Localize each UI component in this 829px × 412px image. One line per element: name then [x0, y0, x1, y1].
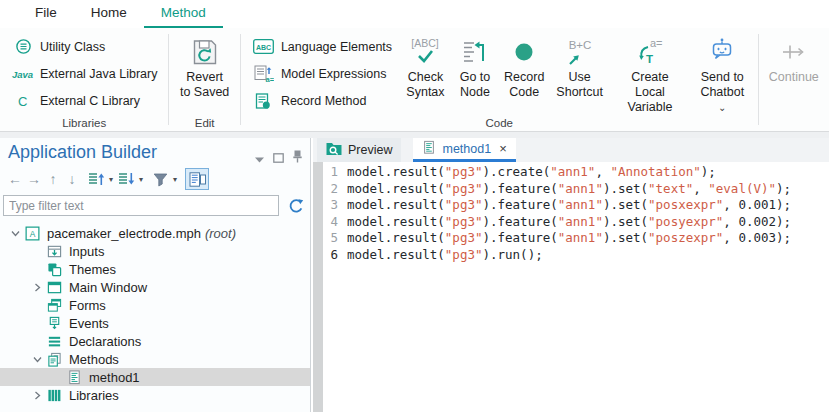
expand-all-menu-arrow[interactable]: ▾ — [106, 175, 116, 184]
go-to-node-button[interactable]: Go to Node — [452, 30, 498, 115]
ribbon: Utility Class Java External Java Library… — [0, 28, 829, 132]
chatbot-icon — [707, 34, 737, 70]
tab-file[interactable]: File — [18, 0, 74, 28]
tree-row-inputs[interactable]: Inputs — [0, 242, 310, 260]
tab-home[interactable]: Home — [74, 0, 144, 28]
tree-row-methods[interactable]: Methods — [0, 350, 310, 368]
line-number: 6 — [323, 247, 347, 264]
filter-menu-arrow[interactable]: ▾ — [170, 175, 180, 184]
tree-row-forms[interactable]: Forms — [0, 296, 310, 314]
panel-menu-chevron-icon[interactable] — [255, 149, 264, 167]
tree-row-events[interactable]: Events — [0, 314, 310, 332]
chevron-collapsed-icon[interactable] — [28, 283, 46, 292]
refresh-button[interactable] — [288, 198, 304, 214]
svg-text:a=: a= — [650, 37, 663, 49]
expand-all-button[interactable] — [87, 168, 105, 190]
move-up-button[interactable]: ↑ — [44, 168, 62, 190]
refresh-icon — [288, 198, 304, 214]
code-text: model.result("pg3").feature("ann1").set(… — [347, 230, 791, 247]
arrow-up-icon: ↑ — [50, 172, 57, 186]
button-label: External C Library — [40, 94, 140, 108]
panel-pin-icon[interactable] — [293, 149, 302, 167]
code-line[interactable]: 6model.result("pg3").run(); — [323, 247, 829, 264]
tree-row-libraries[interactable]: Libraries — [0, 386, 310, 404]
code-line[interactable]: 3model.result("pg3").feature("ann1").set… — [323, 197, 829, 214]
record-code-button[interactable]: Record Code — [498, 30, 550, 115]
method-document-icon — [66, 370, 83, 385]
code-text: model.result("pg3").create("ann1", "Anno… — [347, 164, 716, 181]
ribbon-tab-bar: File Home Method — [0, 0, 829, 28]
check-syntax-icon: [ABC] — [406, 34, 444, 70]
button-label-text: Send to Chatbot — [700, 70, 744, 99]
tree-row-themes[interactable]: Themes — [0, 260, 310, 278]
tree-row-root[interactable]: A pacemaker_electrode.mph (root) — [0, 224, 310, 242]
code-line[interactable]: 1model.result("pg3").create("ann1", "Ann… — [323, 164, 829, 181]
create-local-variable-button[interactable]: a=T Create Local Variable — [609, 30, 691, 115]
tab-preview[interactable]: Preview — [317, 138, 401, 162]
ribbon-group-code: ABC Language Elements a= Model Expressio… — [241, 28, 758, 131]
tab-method1[interactable]: method1 × — [413, 138, 515, 162]
go-to-node-icon — [460, 34, 490, 70]
funnel-icon — [153, 172, 168, 187]
tree-row-main-window[interactable]: Main Window — [0, 278, 310, 296]
code-text: model.result("pg3").run(); — [347, 247, 543, 264]
language-elements-button[interactable]: ABC Language Elements — [245, 33, 399, 60]
tree-item-label: method1 — [89, 370, 140, 385]
chevron-down-icon: ⌄ — [718, 102, 726, 113]
chevron-expanded-icon[interactable] — [6, 229, 24, 238]
forward-button[interactable]: → — [25, 168, 43, 190]
create-local-variable-icon: a=T — [632, 34, 668, 70]
move-down-button[interactable]: ↓ — [63, 168, 81, 190]
tree-row-declarations[interactable]: Declarations — [0, 332, 310, 350]
line-number: 4 — [323, 214, 347, 231]
ribbon-group-label: Code — [241, 117, 758, 129]
code-line[interactable]: 2model.result("pg3").feature("ann1").set… — [323, 181, 829, 198]
method-document-icon — [422, 140, 436, 158]
revert-to-saved-button[interactable]: Revert to Saved — [173, 30, 235, 115]
ribbon-group-edit: Revert to Saved Edit — [169, 28, 239, 131]
tree-row-method1[interactable]: method1 — [0, 368, 310, 386]
external-java-library-button[interactable]: Java External Java Library — [4, 60, 164, 87]
back-button[interactable]: ← — [6, 168, 24, 190]
themes-icon — [46, 262, 63, 277]
svg-text:C: C — [18, 94, 27, 109]
chevron-collapsed-icon[interactable] — [28, 391, 46, 400]
external-c-library-button[interactable]: C External C Library — [4, 88, 164, 115]
code-line[interactable]: 5model.result("pg3").feature("ann1").set… — [323, 230, 829, 247]
svg-text:ABC: ABC — [256, 44, 271, 51]
line-number: 2 — [323, 181, 347, 198]
utility-class-button[interactable]: Utility Class — [4, 33, 164, 60]
tree-toolbar: ← → ↑ ↓ ▾ ▾ ▾ — [0, 166, 310, 192]
editor-tab-bar: Preview method1 × — [313, 138, 829, 162]
chevron-expanded-icon[interactable] — [28, 355, 46, 364]
breakpoint-gutter[interactable] — [313, 162, 323, 412]
model-expressions-icon: a= — [252, 65, 276, 83]
tab-method[interactable]: Method — [144, 0, 223, 28]
button-label: Create Local Variable — [615, 70, 685, 115]
collapse-all-button[interactable] — [117, 168, 135, 190]
tree-item-label: pacemaker_electrode.mph — [47, 226, 201, 241]
tab-label: Preview — [348, 143, 392, 157]
continue-button[interactable]: Continue — [763, 30, 825, 115]
send-to-chatbot-button[interactable]: Send to Chatbot ⌄ — [691, 30, 754, 115]
panel-title: Application Builder — [8, 142, 255, 163]
java-icon: Java — [11, 65, 35, 83]
filter-input[interactable] — [3, 195, 279, 216]
use-shortcut-button[interactable]: B+C Use Shortcut — [550, 30, 609, 115]
model-expressions-button[interactable]: a= Model Expressions — [245, 60, 399, 87]
tree-item-label: Inputs — [69, 244, 104, 259]
tree-item-suffix: (root) — [205, 226, 236, 241]
code-text: model.result("pg3").feature("ann1").set(… — [347, 197, 791, 214]
check-syntax-button[interactable]: [ABC] Check Syntax — [399, 30, 452, 115]
button-label: Use Shortcut — [556, 70, 603, 100]
record-code-icon — [512, 34, 536, 70]
collapse-all-menu-arrow[interactable]: ▾ — [136, 175, 146, 184]
record-method-button[interactable]: Record Method — [245, 88, 399, 115]
show-editor-tools-toggle[interactable] — [185, 168, 209, 190]
filter-button[interactable] — [151, 168, 169, 190]
code-area[interactable]: 1model.result("pg3").create("ann1", "Ann… — [313, 162, 829, 412]
close-tab-icon[interactable]: × — [499, 141, 507, 156]
panel-float-icon[interactable] — [273, 149, 284, 167]
c-icon: C — [11, 92, 35, 110]
code-line[interactable]: 4model.result("pg3").feature("ann1").set… — [323, 214, 829, 231]
